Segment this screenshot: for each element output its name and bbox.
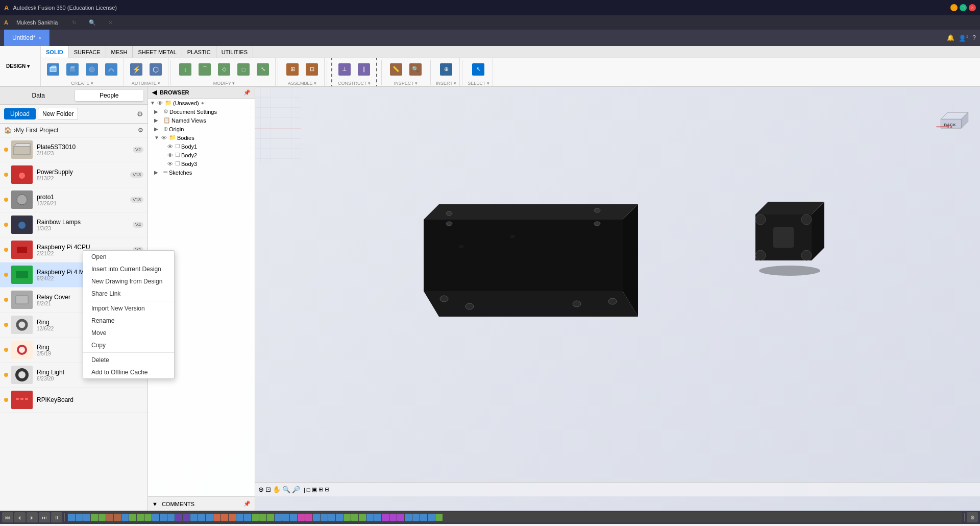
tree-visibility-icon[interactable]: 👁 (161, 135, 167, 141)
tree-visibility-icon[interactable]: 👁 (157, 100, 163, 106)
timeline-marker[interactable] (397, 514, 404, 521)
list-item[interactable]: PowerSupply 8/13/22 V13 (0, 162, 148, 187)
timeline-marker[interactable] (374, 514, 381, 521)
timeline-marker[interactable] (129, 514, 136, 521)
timeline-marker[interactable] (68, 514, 75, 521)
timeline-marker[interactable] (236, 514, 243, 521)
viewport[interactable]: ◀ BROWSER 📌 ▼ 👁 📁 (Unsaved) ● ▶ ⚙ Docume… (148, 87, 980, 511)
timeline-marker[interactable] (144, 514, 152, 521)
timeline-settings-icon[interactable]: ⚙ (967, 512, 978, 522)
ctx-rename[interactable]: Rename (83, 315, 174, 327)
sweep-button[interactable] (102, 59, 120, 80)
timeline-start-button[interactable]: ⏮ (2, 512, 13, 522)
create-body-button[interactable] (44, 59, 62, 80)
timeline-marker[interactable] (167, 514, 175, 521)
chamfer-button[interactable]: ◇ (215, 59, 233, 80)
tree-item-body2[interactable]: 👁 ☐ Body2 (148, 151, 255, 159)
tree-item-bodies[interactable]: ▼ 👁 📁 Bodies (148, 133, 255, 142)
browser-toggle-icon[interactable]: ◀ (152, 89, 157, 96)
inspect-button-2[interactable]: 🔍 (406, 59, 425, 80)
timeline-marker[interactable] (83, 514, 90, 521)
construct-button-2[interactable]: ∥ (355, 59, 373, 80)
project-settings-icon[interactable]: ⚙ (138, 127, 143, 134)
timeline-marker[interactable] (183, 514, 190, 521)
ctx-share-link[interactable]: Share Link (83, 288, 174, 300)
grid-settings-icon[interactable]: ⊟ (325, 486, 329, 493)
list-item[interactable]: Plate5ST3010 3/14/23 V2 (0, 137, 148, 162)
insert-button-1[interactable]: ⊕ (437, 59, 455, 80)
orbit-icon[interactable]: ⊕ (258, 486, 264, 493)
display-mode-icon[interactable]: ▣ (312, 486, 317, 493)
close-button[interactable]: × (969, 4, 976, 11)
timeline-marker[interactable] (244, 514, 251, 521)
timeline-marker[interactable] (259, 514, 266, 521)
maximize-button[interactable]: □ (960, 4, 967, 11)
list-item[interactable]: proto1 12/26/21 V18 (0, 187, 148, 212)
project-name[interactable]: My First Project (16, 127, 58, 134)
tree-visibility-icon[interactable]: 👁 (167, 161, 173, 167)
ctx-open[interactable]: Open (83, 251, 174, 263)
tab-people[interactable]: People (75, 90, 144, 101)
timeline-marker[interactable] (351, 514, 358, 521)
timeline-marker[interactable] (160, 514, 167, 521)
timeline-forward-button[interactable]: ⏭ (39, 512, 50, 522)
scale-button[interactable]: ⤡ (254, 59, 272, 80)
tab-mesh[interactable]: MESH (106, 46, 133, 58)
tree-options-icon[interactable]: ● (201, 100, 204, 106)
timeline-marker[interactable] (175, 514, 182, 521)
new-folder-button[interactable]: New Folder (38, 108, 78, 120)
upload-button[interactable]: Upload (4, 108, 36, 119)
automate-button-2[interactable]: ⬡ (146, 59, 165, 80)
assemble-button-2[interactable]: ⊡ (303, 59, 321, 80)
tab-utilities[interactable]: UTILITIES (216, 46, 253, 58)
ctx-offline-cache[interactable]: Add to Offline Cache (83, 366, 174, 378)
nav-cube[interactable]: BACK X (934, 92, 975, 133)
revolve-button[interactable] (83, 59, 101, 80)
browser-pin-icon[interactable]: 📌 (243, 89, 251, 96)
timeline-marker[interactable] (106, 514, 113, 521)
timeline-marker[interactable] (152, 514, 159, 521)
timeline-play-button[interactable]: ⏵ (27, 512, 38, 522)
zoom-icon[interactable]: 🔍 (282, 486, 290, 493)
zoom-fit-icon[interactable]: ⊡ (265, 486, 271, 493)
timeline-marker[interactable] (290, 514, 297, 521)
timeline-marker[interactable] (267, 514, 274, 521)
ctx-copy[interactable]: Copy (83, 339, 174, 351)
tab-sheet-metal[interactable]: SHEET METAL (133, 46, 182, 58)
timeline-marker[interactable] (91, 514, 98, 521)
timeline-marker[interactable] (76, 514, 83, 521)
tree-item-origin[interactable]: ▶ ⊕ Origin (148, 125, 255, 133)
automate-button-1[interactable]: ⚡ (127, 59, 145, 80)
tree-item-named-views[interactable]: ▶ 📋 Named Views (148, 116, 255, 125)
ctx-import-version[interactable]: Import New Version (83, 302, 174, 315)
tree-item-document-settings[interactable]: ▶ ⚙ Document Settings (148, 107, 255, 116)
view-cube-toggle[interactable]: □ (307, 487, 310, 493)
construct-button-1[interactable]: ⊥ (335, 59, 354, 80)
tab-plastic[interactable]: PLASTIC (182, 46, 216, 58)
timeline-marker[interactable] (389, 514, 397, 521)
timeline-marker[interactable] (282, 514, 289, 521)
timeline-marker[interactable] (420, 514, 427, 521)
timeline-marker[interactable] (99, 514, 106, 521)
ctx-move[interactable]: Move (83, 327, 174, 339)
timeline-marker[interactable] (313, 514, 320, 521)
timeline-marker[interactable] (321, 514, 328, 521)
timeline-marker[interactable] (328, 514, 335, 521)
timeline-marker[interactable] (213, 514, 220, 521)
timeline-marker[interactable] (229, 514, 236, 521)
tab-data[interactable]: Data (4, 90, 73, 101)
comments-collapse-icon[interactable]: ▼ (152, 501, 158, 507)
timeline-marker[interactable] (405, 514, 412, 521)
timeline-marker[interactable] (252, 514, 259, 521)
timeline-pause-button[interactable]: ⏸ (51, 512, 62, 522)
timeline-marker[interactable] (190, 514, 198, 521)
comments-pin-icon[interactable]: 📌 (243, 500, 251, 507)
timeline-marker[interactable] (344, 514, 351, 521)
timeline-marker[interactable] (428, 514, 435, 521)
ctx-delete[interactable]: Delete (83, 354, 174, 366)
tree-visibility-icon[interactable]: 👁 (167, 152, 173, 158)
tree-item-unsaved[interactable]: ▼ 👁 📁 (Unsaved) ● (148, 99, 255, 107)
tree-item-body1[interactable]: 👁 ☐ Body1 (148, 142, 255, 151)
timeline-marker[interactable] (121, 514, 129, 521)
settings-button[interactable]: ⚙ (137, 110, 143, 118)
